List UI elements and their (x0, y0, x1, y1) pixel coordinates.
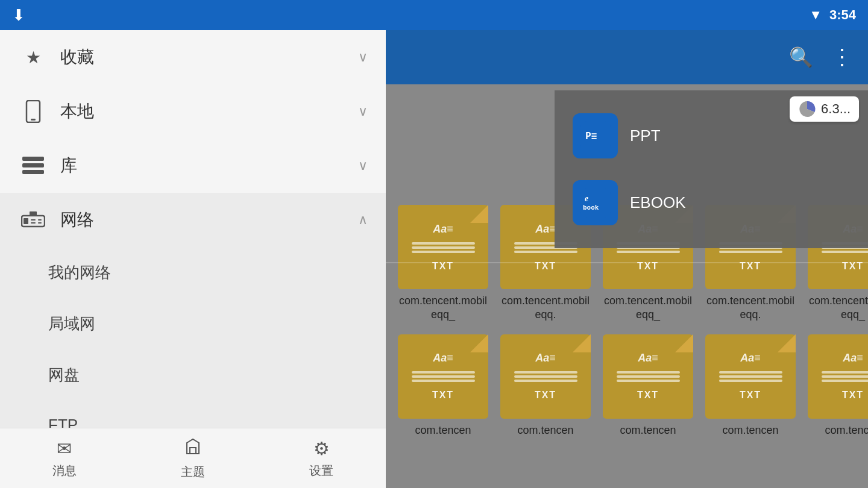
nav-messages[interactable]: ✉ 消息 (0, 428, 128, 488)
chevron-down-icon-local: ∨ (358, 104, 368, 119)
file-type-badge: TXT (740, 390, 761, 401)
file-type-badge: TXT (637, 390, 659, 401)
right-panel: 🔍 ⋮ 6.3... P≡ PPT (386, 30, 868, 488)
themes-icon (184, 437, 201, 460)
time-display: 3:54 (829, 7, 856, 23)
sidebar-item-lan[interactable]: 局域网 (0, 298, 386, 349)
storage-text: 6.3... (821, 101, 851, 117)
pie-chart-icon (798, 100, 816, 118)
file-name-label: com.tencent.mobileqq. (500, 294, 591, 322)
favorites-label: 收藏 (60, 46, 358, 69)
sidebar-item-mynetwork[interactable]: 我的网络 (0, 247, 386, 298)
svg-rect-11 (30, 211, 37, 216)
file-name-label: com.tencen (722, 424, 778, 437)
svg-rect-15 (580, 188, 611, 218)
messages-label: 消息 (52, 463, 77, 479)
library-label: 库 (60, 154, 358, 177)
file-name-label: com.tencen (517, 424, 573, 437)
file-name-label: com.tencent.mobileqq_ (808, 294, 868, 322)
chevron-down-icon: ∨ (358, 49, 368, 65)
ppt-icon: P≡ (573, 113, 618, 158)
file-item-f8[interactable]: Aa≡TXTcom.tencen (603, 334, 693, 437)
network-icon (18, 205, 48, 235)
messages-icon: ✉ (57, 438, 72, 459)
storage-badge[interactable]: 6.3... (790, 96, 859, 122)
local-icon (18, 96, 48, 127)
settings-icon: ⚙ (313, 438, 330, 459)
file-name-label: com.tencent.mobileqq_ (398, 294, 488, 322)
file-item-f7[interactable]: Aa≡TXTcom.tencen (500, 334, 591, 437)
file-thumb-icon: Aa≡ (433, 352, 453, 364)
file-item-f6[interactable]: Aa≡TXTcom.tencen (398, 334, 488, 437)
svg-rect-3 (22, 163, 44, 167)
chevron-down-icon-library: ∨ (358, 158, 368, 174)
settings-label: 设置 (309, 463, 333, 479)
main-layout: ★ 收藏 ∨ 本地 ∨ 库 (0, 30, 868, 488)
svg-rect-7 (31, 219, 36, 221)
filetype-ebook-row[interactable]: e book EBOOK (573, 169, 850, 236)
sidebar-item-local[interactable]: 本地 ∨ (0, 84, 386, 139)
nav-settings[interactable]: ⚙ 设置 (257, 428, 386, 488)
file-thumb-icon: Aa≡ (740, 352, 761, 364)
status-bar-right: ▼ 3:54 (809, 7, 856, 23)
panel-divider (386, 262, 868, 263)
file-item-f9[interactable]: Aa≡TXTcom.tencen (705, 334, 796, 437)
file-type-badge: TXT (432, 390, 454, 401)
more-icon[interactable]: ⋮ (831, 45, 853, 70)
file-thumb-icon: Aa≡ (843, 352, 863, 364)
sidebar-item-ftp[interactable]: FTP (0, 401, 386, 428)
sidebar: ★ 收藏 ∨ 本地 ∨ 库 (0, 30, 386, 488)
download-icon: ⬇ (12, 6, 25, 25)
svg-rect-10 (38, 222, 42, 224)
ppt-label: PPT (630, 127, 661, 145)
file-name-label: com.tencen (415, 424, 471, 437)
svg-rect-6 (24, 218, 28, 224)
sidebar-item-clouddisk[interactable]: 网盘 (0, 349, 386, 401)
wifi-icon: ▼ (809, 7, 822, 23)
right-header: 🔍 ⋮ (386, 30, 868, 84)
file-type-badge: TXT (842, 390, 864, 401)
svg-text:book: book (583, 204, 599, 211)
file-name-label: com.tencen (620, 424, 676, 437)
svg-rect-8 (31, 222, 36, 224)
svg-rect-9 (38, 219, 42, 221)
file-thumb-icon: Aa≡ (433, 223, 453, 236)
local-label: 本地 (60, 100, 358, 123)
bottom-nav: ✉ 消息 主题 ⚙ 设置 (0, 428, 386, 488)
nav-themes[interactable]: 主题 (128, 428, 257, 488)
file-item-f10[interactable]: Aa≡TXTcom.tencen (808, 334, 868, 437)
file-item-f1[interactable]: Aa≡TXTcom.tencent.mobileqq_ (398, 205, 488, 322)
svg-text:e: e (585, 194, 588, 203)
file-name-label: com.tencent.mobileqq. (705, 294, 796, 322)
search-icon[interactable]: 🔍 (789, 46, 813, 69)
themes-label: 主题 (181, 464, 205, 480)
svg-rect-2 (22, 157, 44, 161)
favorites-icon: ★ (18, 42, 48, 72)
sidebar-item-network[interactable]: 网络 ∧ (0, 193, 386, 247)
svg-rect-4 (22, 170, 44, 174)
file-thumb-icon: Aa≡ (638, 352, 658, 364)
library-icon (18, 151, 48, 181)
svg-text:P≡: P≡ (585, 130, 597, 142)
network-expanded-section: 我的网络 局域网 网盘 FTP (0, 247, 386, 428)
file-thumb-icon: Aa≡ (535, 223, 556, 236)
svg-rect-1 (31, 119, 36, 120)
ebook-label: EBOOK (630, 193, 685, 212)
status-bar: ⬇ ▼ 3:54 (0, 0, 868, 30)
file-thumb-icon: Aa≡ (535, 352, 556, 364)
network-label: 网络 (60, 208, 358, 231)
file-name-label: com.tencen (825, 424, 868, 437)
sidebar-item-favorites[interactable]: ★ 收藏 ∨ (0, 30, 386, 84)
file-name-label: com.tencent.mobileqq_ (603, 294, 693, 322)
sidebar-item-library[interactable]: 库 ∨ (0, 139, 386, 193)
chevron-up-icon-network: ∧ (358, 212, 368, 228)
status-bar-left: ⬇ (12, 6, 25, 25)
ebook-icon: e book (573, 180, 618, 225)
file-type-badge: TXT (535, 390, 556, 401)
